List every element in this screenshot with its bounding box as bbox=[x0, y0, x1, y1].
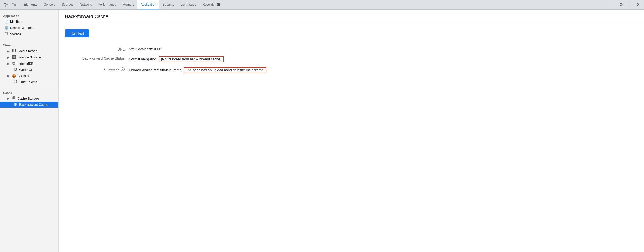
local-storage-icon bbox=[12, 49, 16, 53]
expand-session-storage-icon[interactable]: ▶ bbox=[7, 56, 10, 59]
sidebar-section-storage: Storage bbox=[0, 41, 58, 48]
sidebar-item-web-sql[interactable]: Web SQL bbox=[0, 67, 58, 73]
more-options-icon[interactable]: ⋮ bbox=[626, 1, 633, 9]
sidebar-item-manifest[interactable]: 📄 Manifest bbox=[0, 19, 58, 25]
sidebar-item-trust-tokens[interactable]: Trust Tokens bbox=[0, 79, 58, 85]
tab-lighthouse[interactable]: Lighthouse bbox=[177, 0, 199, 9]
back-forward-cache-icon bbox=[13, 103, 18, 107]
url-row: URL http://localhost:5000/ bbox=[65, 47, 638, 51]
page-title: Back-forward Cache bbox=[65, 14, 638, 19]
svg-point-13 bbox=[14, 80, 17, 81]
run-test-button[interactable]: Run Test bbox=[65, 29, 89, 37]
svg-point-2 bbox=[5, 32, 8, 33]
session-storage-icon bbox=[12, 55, 16, 60]
sidebar-item-session-storage[interactable]: ▶ Session Storage bbox=[0, 54, 58, 61]
svg-point-11 bbox=[13, 62, 15, 63]
svg-rect-0 bbox=[12, 3, 14, 6]
actionable-value: UnloadHandlerExistsInMainFrame The page … bbox=[129, 67, 266, 73]
sidebar-divider-2 bbox=[0, 87, 58, 87]
actionable-highlight: The page has an unload handler in the ma… bbox=[184, 67, 266, 73]
cookies-icon: 🍪 bbox=[12, 74, 16, 78]
tab-console[interactable]: Console bbox=[40, 0, 59, 9]
tab-security[interactable]: Security bbox=[159, 0, 177, 9]
sidebar-item-back-forward-cache[interactable]: Back-forward Cache bbox=[0, 102, 58, 108]
cache-status-value: Normal navigation (Not restored from bac… bbox=[129, 56, 224, 62]
devtools-controls bbox=[2, 1, 18, 9]
svg-point-12 bbox=[14, 68, 17, 69]
storage-app-icon bbox=[4, 32, 9, 36]
cache-storage-icon bbox=[12, 96, 16, 100]
separator bbox=[615, 2, 615, 7]
tab-application[interactable]: Application bbox=[137, 0, 159, 9]
tab-performance[interactable]: Performance bbox=[95, 0, 119, 9]
sidebar-item-storage-app[interactable]: Storage bbox=[0, 31, 58, 37]
tab-elements[interactable]: Elements bbox=[21, 0, 40, 9]
sidebar-section-cache: Cache bbox=[0, 89, 58, 95]
content-header: Back-forward Cache bbox=[59, 10, 644, 23]
service-workers-icon: ⚙️ bbox=[4, 26, 9, 30]
trust-tokens-icon bbox=[13, 80, 18, 84]
svg-point-15 bbox=[14, 103, 17, 104]
settings-icon[interactable]: ⚙ bbox=[617, 1, 625, 9]
tab-recorder[interactable]: Recorder 🎥 bbox=[199, 0, 224, 9]
actionable-help-icon[interactable]: ? bbox=[121, 67, 125, 71]
inspect-icon[interactable] bbox=[2, 1, 10, 9]
url-label: URL bbox=[65, 47, 129, 51]
sidebar-item-local-storage[interactable]: ▶ Local Storage bbox=[0, 48, 58, 54]
sidebar-section-application: Application bbox=[0, 12, 58, 19]
url-value: http://localhost:5000/ bbox=[129, 47, 161, 51]
info-table: URL http://localhost:5000/ Back-forward … bbox=[65, 47, 638, 73]
content-body: Run Test URL http://localhost:5000/ Back… bbox=[59, 23, 644, 84]
svg-rect-3 bbox=[12, 49, 15, 52]
sidebar-divider-1 bbox=[0, 39, 58, 39]
actionable-row: Actionable ? UnloadHandlerExistsInMainFr… bbox=[65, 67, 638, 73]
svg-rect-1 bbox=[14, 4, 16, 6]
sidebar: Application 📄 Manifest ⚙️ Service Worker… bbox=[0, 10, 59, 252]
tab-list: Elements Console Sources Network Perform… bbox=[21, 0, 614, 9]
main-area: Application 📄 Manifest ⚙️ Service Worker… bbox=[0, 10, 644, 252]
tab-memory[interactable]: Memory bbox=[119, 0, 137, 9]
expand-indexed-db-icon[interactable]: ▶ bbox=[7, 62, 10, 65]
expand-local-storage-icon[interactable]: ▶ bbox=[7, 50, 10, 53]
cache-status-highlight: (Not restored from back-forward cache) bbox=[159, 56, 224, 62]
sidebar-item-cache-storage[interactable]: ▶ Cache Storage bbox=[0, 95, 58, 102]
expand-cache-storage-icon[interactable]: ▶ bbox=[7, 97, 10, 100]
cache-status-row: Back-forward Cache Status Normal navigat… bbox=[65, 56, 638, 62]
cache-status-label: Back-forward Cache Status bbox=[65, 56, 129, 60]
sidebar-item-cookies[interactable]: ▶ 🍪 Cookies bbox=[0, 73, 58, 79]
tab-bar: Elements Console Sources Network Perform… bbox=[0, 0, 644, 10]
sidebar-item-service-workers[interactable]: ⚙️ Service Workers bbox=[0, 25, 58, 31]
web-sql-icon bbox=[13, 68, 18, 72]
svg-rect-7 bbox=[12, 56, 15, 59]
content-panel: Back-forward Cache Run Test URL http://l… bbox=[59, 10, 644, 252]
close-icon[interactable]: ✕ bbox=[634, 1, 642, 9]
expand-cookies-icon[interactable]: ▶ bbox=[7, 74, 10, 77]
manifest-icon: 📄 bbox=[4, 20, 9, 24]
tab-network[interactable]: Network bbox=[77, 0, 95, 9]
indexed-db-icon bbox=[12, 62, 16, 66]
toolbar-right: ⚙ ⋮ ✕ bbox=[614, 1, 642, 9]
svg-point-14 bbox=[13, 97, 15, 98]
tab-sources[interactable]: Sources bbox=[59, 0, 77, 9]
sidebar-item-indexed-db[interactable]: ▶ IndexedDB bbox=[0, 61, 58, 67]
actionable-label: Actionable ? bbox=[65, 67, 129, 71]
device-toggle-icon[interactable] bbox=[10, 1, 18, 9]
